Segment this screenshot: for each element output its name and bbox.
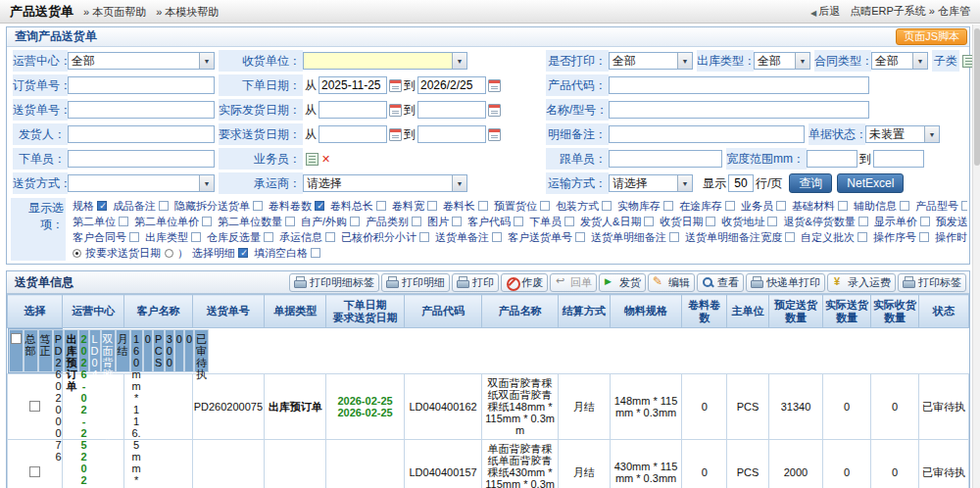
operation-center-select[interactable]: 全部 (68, 52, 215, 70)
option-label[interactable]: 卷料宽 (392, 198, 424, 214)
option-checkbox[interactable] (776, 201, 786, 211)
row-checkbox[interactable] (29, 401, 40, 412)
option-label[interactable]: 包装方式 (556, 198, 599, 214)
netexcel-button[interactable]: NetExcel (837, 173, 904, 193)
option-checkbox[interactable] (785, 232, 795, 242)
transport-select[interactable]: 请选择 (609, 174, 693, 192)
option-checkbox[interactable] (315, 201, 324, 211)
print-detail-button[interactable]: 打印明细 (381, 273, 450, 292)
option-checkbox[interactable] (285, 217, 295, 226)
option-radio[interactable] (73, 249, 81, 258)
option-checkbox[interactable] (119, 217, 128, 226)
option-radio[interactable] (165, 249, 173, 258)
order-number-input[interactable] (68, 76, 215, 94)
void-button[interactable]: 作废 (501, 273, 548, 292)
option-label[interactable]: 产品型号 (915, 198, 958, 214)
option-label[interactable]: 发货人&日期 (580, 214, 641, 229)
option-label[interactable]: 送货单备注 (435, 229, 489, 245)
search-button[interactable]: 查询 (789, 173, 832, 193)
page-help-link[interactable]: » 本页面帮助 (83, 5, 146, 20)
option-checkbox[interactable] (350, 217, 360, 226)
option-checkbox[interactable] (540, 201, 550, 211)
freight-entry-button[interactable]: 录入运费 (827, 273, 896, 292)
option-label[interactable]: 图片 (427, 214, 449, 229)
module-help-link[interactable]: » 本模块帮助 (156, 5, 219, 20)
option-checkbox[interactable] (669, 232, 679, 242)
option-checkbox[interactable] (900, 201, 909, 211)
option-label[interactable]: 收货日期 (660, 214, 703, 229)
salesman-picker-icon[interactable] (306, 153, 318, 166)
option-label[interactable]: 收货地址 (721, 214, 764, 229)
detail-note-input[interactable] (609, 125, 805, 143)
option-label[interactable]: 已核价积分小计 (341, 229, 416, 245)
option-label[interactable]: 客户送货单号 (508, 229, 572, 245)
width-min-input[interactable] (807, 150, 858, 168)
option-label[interactable]: 自产/外购 (301, 214, 347, 229)
option-checkbox[interactable] (478, 201, 488, 211)
option-checkbox[interactable] (858, 232, 867, 242)
option-label[interactable]: 操作序号 (873, 229, 916, 245)
option-checkbox[interactable] (238, 248, 248, 258)
option-label[interactable]: 辅助信息 (854, 198, 897, 214)
calendar-icon[interactable] (389, 79, 402, 92)
option-checkbox[interactable] (129, 232, 139, 242)
option-label[interactable]: 在途库存 (679, 198, 722, 214)
option-checkbox[interactable] (706, 217, 715, 226)
option-label[interactable]: 实物库存 (617, 198, 661, 214)
order-date-to-input[interactable] (417, 76, 486, 94)
option-checkbox[interactable] (663, 201, 673, 211)
print-detail-tag-button[interactable]: 打印明细标签 (289, 273, 379, 292)
option-checkbox[interactable] (492, 232, 502, 242)
option-checkbox[interactable] (725, 201, 735, 211)
row-checkbox[interactable] (11, 333, 22, 344)
option-checkbox[interactable] (191, 232, 201, 242)
receipt-button[interactable]: 回单 (550, 273, 597, 292)
option-checkbox[interactable] (961, 201, 967, 211)
option-label[interactable]: 承运信息 (279, 229, 322, 245)
option-checkbox[interactable] (838, 201, 848, 211)
option-label[interactable]: 送货单明细备注宽度 (685, 229, 782, 245)
option-label[interactable]: 选择明细 (192, 245, 235, 261)
calendar-icon[interactable] (389, 104, 402, 117)
carrier-select[interactable]: 请选择 (303, 174, 467, 192)
option-label[interactable]: 显示单价 (874, 214, 917, 229)
printed-select[interactable]: 全部 (609, 52, 693, 70)
option-checkbox[interactable] (575, 232, 585, 242)
option-label[interactable]: 客户代码 (467, 214, 511, 229)
row-checkbox[interactable] (29, 466, 40, 477)
option-label[interactable]: 业务员 (741, 198, 773, 214)
vertical-scrollbar[interactable] (972, 24, 980, 488)
doc-status-select[interactable]: 未装置 (865, 125, 940, 143)
required-date-from-input[interactable] (318, 125, 387, 143)
express-print-button[interactable]: 快递单打印 (746, 273, 825, 292)
option-label[interactable]: 预发送金额 (936, 214, 967, 229)
option-label[interactable]: 仓库反选量 (207, 229, 261, 245)
option-label[interactable]: 第二单位数量 (218, 214, 282, 229)
option-checkbox[interactable] (452, 217, 462, 226)
order-date-from-input[interactable] (318, 76, 387, 94)
option-checkbox[interactable] (920, 217, 930, 226)
option-label[interactable]: 客户合同号 (73, 229, 126, 245)
print-button[interactable]: 打印 (452, 273, 499, 292)
option-label[interactable]: 出库类型 (145, 229, 188, 245)
option-checkbox[interactable] (564, 217, 574, 226)
contract-type-select[interactable]: 全部 (871, 52, 928, 70)
option-label[interactable]: 操作时分 (935, 229, 967, 245)
option-label[interactable]: 第二单位 (73, 214, 116, 229)
option-checkbox[interactable] (644, 217, 654, 226)
option-checkbox[interactable] (427, 201, 437, 211)
option-label[interactable]: 预置货位 (494, 198, 537, 214)
option-label[interactable]: 退货&停货数量 (783, 214, 855, 229)
delivery-number-input[interactable] (68, 101, 215, 119)
follow-person-input[interactable] (609, 150, 722, 168)
order-person-input[interactable] (68, 150, 215, 168)
option-label[interactable]: 隐藏拆分送货单 (174, 198, 250, 214)
option-checkbox[interactable] (767, 217, 777, 226)
print-tag-button[interactable]: 打印标签 (898, 273, 966, 292)
width-max-input[interactable] (873, 150, 924, 168)
option-checkbox[interactable] (514, 217, 523, 226)
option-label[interactable]: 自定义批次 (801, 229, 855, 245)
edit-button[interactable]: 编辑 (648, 273, 695, 292)
calendar-icon[interactable] (488, 79, 501, 92)
option-checkbox[interactable] (412, 217, 421, 226)
